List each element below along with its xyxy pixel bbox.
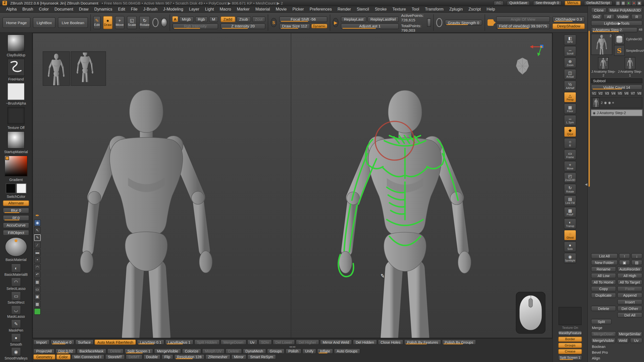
shelf-tool-button[interactable]: ▦ Floor <box>564 103 576 114</box>
canvas-tool-icon[interactable]: ■ <box>34 308 41 315</box>
subtool-tab[interactable]: V1 <box>591 91 597 96</box>
titlebar-icon[interactable]: ● <box>632 1 636 5</box>
bottom-button[interactable]: Polish By Groups <box>442 339 476 345</box>
accucurve-button[interactable]: AccuCurve <box>3 222 29 228</box>
subtool-tab[interactable]: V5 <box>617 91 623 96</box>
canvas-tool-icon[interactable]: ▣ <box>34 293 41 300</box>
bottom-button[interactable]: Auto Mask FiberMesh <box>94 339 136 345</box>
bottom-button[interactable]: BackfaceMask <box>77 348 106 354</box>
canvas-tool-icon[interactable]: ✒ <box>34 212 41 219</box>
crease-button[interactable]: Crease <box>558 349 582 354</box>
menu-item[interactable]: Tool <box>409 6 422 13</box>
bottom-button[interactable]: Geometry <box>33 354 55 359</box>
blur-slider[interactable]: Blur 0 <box>3 208 29 213</box>
goz-r-button[interactable]: R <box>631 14 642 19</box>
shelf-tool-button[interactable]: ◫ Actual <box>564 69 576 79</box>
groups-button[interactable]: Groups <box>558 343 582 348</box>
menu-item[interactable]: Document <box>52 6 76 13</box>
align-section-label[interactable]: Align <box>591 356 642 360</box>
menu-item[interactable]: Brush <box>20 6 36 13</box>
shelf-tool-button[interactable]: ◉ Spotlight <box>564 253 576 263</box>
menu-item[interactable]: Draw <box>76 6 91 13</box>
bottom-button[interactable]: Dist 0.02 <box>55 348 76 354</box>
current-material-sphere[interactable] <box>5 237 27 256</box>
canvas-tool-icon[interactable]: ∕ <box>34 242 41 248</box>
eye-icon[interactable]: ◉ <box>593 111 595 115</box>
subtool-tab[interactable]: V6 <box>623 91 629 96</box>
focal-shift-slider[interactable]: Focal Shift -56 <box>279 16 327 22</box>
canvas-tool-icon[interactable]: ◠ <box>34 264 41 270</box>
cylinder3d-thumbnail[interactable] <box>614 34 625 44</box>
autoreorder-button[interactable]: AutoReorder <box>617 266 642 272</box>
shelf-tool-button[interactable]: ↻ Rotate <box>564 184 576 194</box>
canvas-tool-icon[interactable]: ▬ <box>34 249 41 256</box>
subtool-thumbnail[interactable] <box>592 98 599 108</box>
menu-item[interactable]: Edit <box>115 6 128 13</box>
bottom-button[interactable]: Del Higher <box>296 339 319 345</box>
bevel-pro-section-label[interactable]: Bevel Pro <box>591 350 642 355</box>
append-button[interactable]: Append <box>617 293 642 298</box>
palette-scrollbar[interactable] <box>589 31 590 187</box>
quick-tool-icon[interactable]: ◡ <box>11 305 21 314</box>
simplebrush-thumbnail[interactable]: S <box>614 45 625 56</box>
fill-object-button[interactable]: FillObject <box>3 230 29 236</box>
copy-button[interactable]: Copy <box>591 286 616 291</box>
menu-item[interactable]: Texture <box>390 6 409 13</box>
shelf-tool-button[interactable]: ▩ PolyF <box>564 207 576 217</box>
switch-color[interactable] <box>6 183 26 193</box>
bottom-button[interactable]: ProjectAll <box>33 348 55 354</box>
rgb-intensity-slider[interactable]: Rgb Intensity <box>173 23 218 29</box>
tool-item-thumbnail[interactable] <box>625 57 635 69</box>
bottom-button[interactable]: Inflate <box>317 348 333 354</box>
shelf-tool-button[interactable]: ◌ Ghost <box>564 230 576 240</box>
uv-button[interactable]: Uv <box>630 338 642 343</box>
bottom-button[interactable]: Min Connected I <box>71 354 104 359</box>
merge-visible-button[interactable]: MergeVisible <box>591 338 616 343</box>
canvas-tool-icon[interactable]: ◉ <box>34 219 41 226</box>
active-tool-thumbnail[interactable]: 2 <box>591 34 612 55</box>
angle-of-view-button[interactable]: Angle Of View <box>496 16 550 22</box>
weld-button[interactable]: Weld <box>617 338 629 343</box>
goz-all-button[interactable]: All <box>603 14 615 19</box>
color-swatch[interactable] <box>5 156 9 160</box>
subtool-selected-row[interactable]: ◉ J Anatomy Step-2 <box>591 110 642 116</box>
visible-count-slider[interactable]: Visible Count 14 <box>591 84 642 90</box>
bottom-button[interactable]: Del Hidden <box>353 339 377 345</box>
bottom-button[interactable]: MergeDown <box>221 339 246 345</box>
bottom-button[interactable]: LazyStep 0.1 <box>137 339 164 345</box>
alpha-thumbnail[interactable] <box>7 83 25 100</box>
rf-slider[interactable]: Rf 0 <box>3 215 29 221</box>
document-canvas[interactable]: ✒◉↖✎∕▬•◠↶▦▭▣▩■ ✎ <box>32 33 552 338</box>
bottom-button[interactable]: Groups <box>267 348 285 354</box>
bottom-button[interactable]: MergeVisible <box>154 348 181 354</box>
quick-tool-icon[interactable]: ◐ <box>11 263 21 273</box>
canvas-tool-icon[interactable]: ↶ <box>34 271 41 278</box>
menu-item[interactable]: J-Modeling <box>160 6 186 13</box>
quicksave-button[interactable]: QuickSave <box>507 1 530 5</box>
new-folder-button[interactable]: New Folder <box>591 260 618 265</box>
folder-list-icon[interactable]: ▤ <box>631 260 642 265</box>
bottom-button[interactable]: Delete <box>225 348 242 354</box>
lightbox-button[interactable]: LightBox <box>33 17 56 28</box>
texture-preview-box[interactable] <box>558 307 581 325</box>
duplicate-button[interactable]: Duplicate <box>591 293 616 298</box>
eye-icon[interactable]: ◉ <box>604 101 607 105</box>
zsub-button[interactable]: Zsub <box>236 16 251 22</box>
bottom-button[interactable]: Polish By Features <box>404 339 441 345</box>
zadd-button[interactable]: Zadd <box>221 16 235 22</box>
bottom-button[interactable]: LazyRadius 1 <box>165 339 193 345</box>
insert-button[interactable]: Insert <box>617 299 642 304</box>
replay-last-button[interactable]: ReplayLast <box>341 16 366 22</box>
scale-button[interactable]: ◱Scale <box>127 16 137 29</box>
merge-section-label[interactable]: Merge <box>591 326 642 330</box>
subtool-section-header[interactable]: Subtool <box>591 78 642 83</box>
menu-item[interactable]: Macro <box>217 6 234 13</box>
current-tool-name[interactable]: J Anatomy Step-2. <box>591 27 637 32</box>
menus-button[interactable]: Menus <box>565 1 581 5</box>
shelf-tool-button[interactable]: ◐ Transp <box>564 218 576 229</box>
bottom-button[interactable]: Auto Groups <box>334 348 360 354</box>
shelf-tool-button[interactable]: + Move <box>564 161 576 171</box>
titlebar-icon[interactable]: ▤ <box>616 1 620 5</box>
axis-gizmo[interactable] <box>529 44 544 57</box>
shelf-tool-button[interactable]: ● Solo <box>564 241 576 252</box>
